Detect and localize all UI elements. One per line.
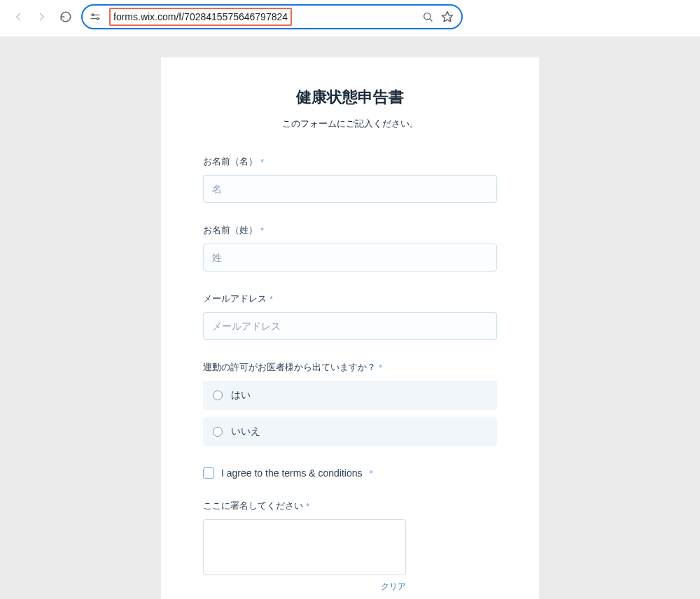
browser-toolbar: forms.wix.com/f/7028415575646797824 <box>0 0 700 36</box>
first-name-label: お名前（名） * <box>203 155 497 168</box>
terms-label: I agree to the terms & conditions <box>221 467 363 479</box>
site-settings-icon[interactable] <box>88 10 102 24</box>
radio-icon <box>213 427 223 437</box>
url-highlight-box: forms.wix.com/f/7028415575646797824 <box>109 8 292 26</box>
field-email: メールアドレス * <box>203 293 497 340</box>
required-mark: * <box>379 362 382 373</box>
url-text: forms.wix.com/f/7028415575646797824 <box>113 11 288 22</box>
bookmark-star-icon[interactable] <box>440 10 454 24</box>
address-bar[interactable]: forms.wix.com/f/7028415575646797824 <box>81 4 463 29</box>
reload-button[interactable] <box>57 8 74 25</box>
search-icon[interactable] <box>421 10 435 24</box>
radio-label: はい <box>231 389 251 402</box>
field-first-name: お名前（名） * <box>203 155 497 203</box>
field-signature: ここに署名してください * クリア <box>203 500 497 593</box>
last-name-input[interactable] <box>203 244 497 272</box>
required-mark: * <box>306 501 309 512</box>
required-mark: * <box>270 294 273 304</box>
radio-label: いいえ <box>231 425 260 438</box>
signature-label: ここに署名してください * <box>203 500 497 512</box>
svg-marker-8 <box>442 12 453 22</box>
forward-button[interactable] <box>34 8 50 25</box>
page-background: 健康状態申告書 このフォームにご記入ください。 お名前（名） * お名前（姓） … <box>0 36 700 599</box>
field-last-name: お名前（姓） * <box>203 224 497 272</box>
required-mark: * <box>370 468 373 479</box>
back-button[interactable] <box>10 8 27 25</box>
form-card: 健康状態申告書 このフォームにご記入ください。 お名前（名） * お名前（姓） … <box>161 57 539 599</box>
radio-option-no[interactable]: いいえ <box>203 417 497 446</box>
form-title: 健康状態申告書 <box>203 87 497 108</box>
email-input[interactable] <box>203 312 497 340</box>
checkbox-icon <box>203 467 214 479</box>
email-label: メールアドレス * <box>203 293 497 305</box>
first-name-input[interactable] <box>203 175 497 203</box>
radio-option-yes[interactable]: はい <box>203 381 497 410</box>
exercise-permission-label: 運動の許可がお医者様から出ていますか？ * <box>203 361 497 374</box>
field-exercise-permission: 運動の許可がお医者様から出ていますか？ * はい いいえ <box>203 361 497 446</box>
last-name-label: お名前（姓） * <box>203 224 497 237</box>
required-mark: * <box>260 157 264 167</box>
required-mark: * <box>260 225 264 236</box>
signature-clear-link[interactable]: クリア <box>203 581 406 593</box>
signature-canvas[interactable] <box>203 519 406 575</box>
terms-row[interactable]: I agree to the terms & conditions * <box>203 467 497 479</box>
svg-line-7 <box>430 19 432 21</box>
form-subtitle: このフォームにご記入ください。 <box>203 118 497 130</box>
radio-icon <box>213 390 223 400</box>
